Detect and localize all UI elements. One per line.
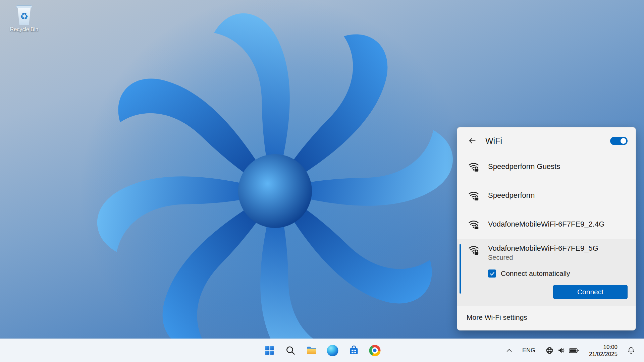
wifi-panel-title: WiFi — [485, 136, 610, 146]
connect-automatically-checkbox[interactable]: Connect automatically — [488, 269, 628, 278]
store-icon — [348, 345, 359, 356]
network-status: Secured — [488, 254, 598, 261]
wifi-panel-header: WiFi — [457, 127, 636, 152]
network-name: VodafoneMobileWiFi-6F7FE9_5G — [488, 244, 598, 253]
taskbar-center-icons — [261, 339, 383, 362]
bell-icon — [627, 346, 635, 355]
wifi-toggle-knob — [621, 138, 626, 144]
taskbar: ENG 10:00 21/02/2025 — [0, 339, 644, 362]
clock[interactable]: 10:00 21/02/2025 — [587, 342, 620, 359]
wifi-secured-icon — [468, 219, 479, 230]
network-name: Speedperform — [488, 191, 535, 200]
connect-automatically-label: Connect automatically — [501, 269, 570, 278]
back-button[interactable] — [466, 135, 479, 147]
wifi-secured-icon — [468, 244, 479, 255]
wifi-network-item[interactable]: Speedperform — [457, 181, 636, 210]
tray-overflow-button[interactable] — [503, 345, 515, 356]
recycle-bin-label: Recycle Bin — [10, 26, 38, 33]
search-icon — [285, 345, 296, 356]
wifi-network-item[interactable]: VodafoneMobileWiFi-6F7FE9_2.4G — [457, 210, 636, 239]
language-indicator[interactable]: ENG — [520, 344, 537, 357]
start-icon — [264, 345, 275, 356]
start-button[interactable] — [261, 343, 277, 359]
wifi-secured-icon — [468, 190, 479, 201]
file-explorer-button[interactable] — [304, 343, 320, 359]
wallpaper-bloom — [57, 0, 493, 362]
wifi-secured-icon — [468, 161, 479, 172]
connect-button[interactable]: Connect — [553, 285, 628, 299]
checkbox-checked-icon — [488, 269, 496, 278]
network-name: VodafoneMobileWiFi-6F7FE9_2.4G — [488, 220, 604, 229]
battery-icon — [569, 348, 579, 354]
chevron-up-icon — [505, 347, 513, 354]
taskbar-system-tray: ENG 10:00 21/02/2025 — [503, 339, 644, 362]
wifi-network-item-selected: VodafoneMobileWiFi-6F7FE9_5G Secured Con… — [457, 239, 636, 306]
more-wifi-settings-link[interactable]: More Wi-Fi settings — [457, 306, 636, 330]
network-volume-battery-group[interactable] — [543, 344, 582, 357]
chrome-icon — [369, 345, 381, 356]
edge-button[interactable] — [325, 343, 341, 359]
notifications-button[interactable] — [625, 344, 637, 357]
selected-accent-bar — [460, 244, 461, 294]
network-name: Speedperform Guests — [488, 162, 560, 171]
recycle-bin-icon: ♻ — [15, 5, 33, 25]
clock-date: 21/02/2025 — [589, 351, 618, 358]
microsoft-store-button[interactable] — [346, 343, 362, 359]
clock-time: 10:00 — [589, 344, 618, 351]
speaker-icon — [557, 346, 566, 355]
edge-icon — [327, 345, 338, 356]
wifi-flyout-panel: WiFi Speedperform Guests Speedperform Vo… — [457, 127, 636, 330]
file-explorer-icon — [306, 345, 317, 356]
wifi-toggle[interactable] — [610, 137, 628, 145]
wifi-network-item[interactable]: Speedperform Guests — [457, 152, 636, 181]
search-button[interactable] — [282, 343, 299, 359]
chrome-button[interactable] — [367, 343, 383, 359]
globe-icon — [545, 346, 554, 355]
back-arrow-icon — [468, 136, 477, 145]
selected-network-header[interactable]: VodafoneMobileWiFi-6F7FE9_5G Secured — [468, 244, 628, 261]
recycle-bin[interactable]: ♻ Recycle Bin — [5, 5, 43, 33]
